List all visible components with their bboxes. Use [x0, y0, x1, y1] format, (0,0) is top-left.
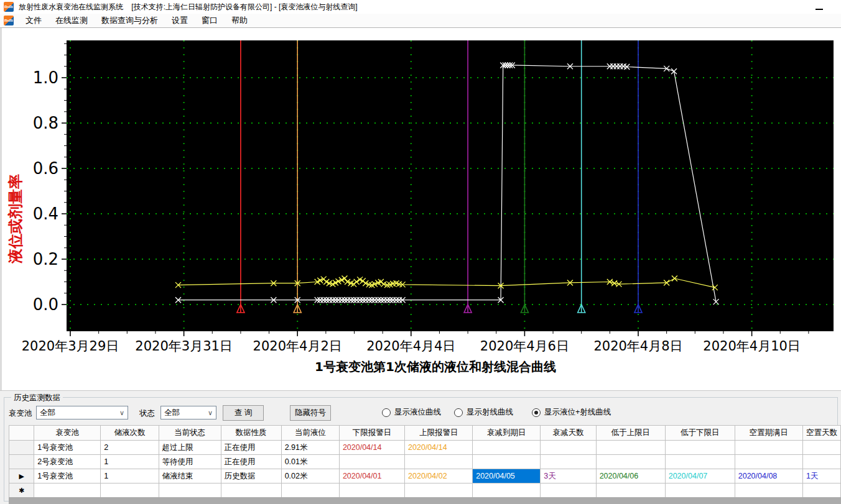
table-cell[interactable]: 历史数据 — [221, 469, 281, 483]
radio-level-curve[interactable]: 显示液位曲线 — [382, 407, 441, 418]
column-header[interactable]: 低于下限日 — [665, 426, 735, 441]
grid-background — [9, 497, 841, 504]
table-cell[interactable]: 3天 — [541, 469, 596, 483]
table-cell[interactable] — [405, 455, 473, 469]
column-header[interactable]: 下限报警日 — [339, 426, 404, 441]
table-cell[interactable] — [281, 483, 339, 498]
current-row-indicator[interactable]: ▶ — [9, 469, 34, 483]
menu-item-1[interactable]: 在线监测 — [49, 14, 95, 27]
table-cell[interactable]: 2.91米 — [281, 441, 339, 455]
table-cell[interactable]: 1 — [101, 469, 159, 483]
table-cell[interactable] — [802, 483, 840, 498]
column-header[interactable]: 衰变池 — [34, 426, 101, 441]
table-cell[interactable] — [596, 441, 665, 455]
hide-symbols-button[interactable]: 隐藏符号 — [290, 405, 331, 421]
table-cell[interactable] — [735, 455, 802, 469]
table-cell[interactable] — [101, 483, 159, 498]
table-cell[interactable]: 2020/04/08 — [735, 469, 802, 483]
menu-item-3[interactable]: 设置 — [165, 14, 195, 27]
table-cell[interactable] — [596, 483, 665, 498]
child-window-icon[interactable]: RnRi — [4, 16, 14, 25]
table-cell[interactable]: 等待使用 — [159, 455, 221, 469]
row-header[interactable] — [9, 455, 34, 469]
table-cell[interactable]: 超过上限 — [159, 441, 221, 455]
history-table: 衰变池储液次数当前状态数据性质当前液位下限报警日上限报警日衰减到期日衰减天数低于… — [9, 425, 841, 498]
table-cell[interactable] — [339, 483, 404, 498]
table-cell[interactable]: 2020/04/06 — [596, 469, 665, 483]
column-header[interactable]: 空置天数 — [802, 426, 840, 441]
menu-item-0[interactable]: 文件 — [19, 14, 49, 27]
column-header[interactable]: 当前状态 — [159, 426, 221, 441]
table-cell[interactable]: 正在使用 — [221, 455, 281, 469]
table-cell[interactable] — [541, 441, 596, 455]
plot-background — [67, 40, 834, 331]
table-cell[interactable]: 2020/04/05 — [473, 469, 541, 483]
column-header[interactable]: 衰减天数 — [541, 426, 596, 441]
table-cell[interactable] — [34, 483, 101, 498]
menu-item-4[interactable]: 窗口 — [195, 14, 225, 27]
table-cell[interactable]: 2 — [101, 441, 159, 455]
table-cell[interactable]: 1号衰变池 — [34, 441, 101, 455]
status-select[interactable]: 全部 ∨ — [160, 406, 216, 419]
table-cell[interactable] — [473, 483, 541, 498]
table-cell[interactable] — [541, 483, 596, 498]
table-cell[interactable] — [159, 483, 221, 498]
table-cell[interactable] — [802, 455, 840, 469]
row-header[interactable] — [9, 441, 34, 455]
table-cell[interactable]: 1 — [101, 455, 159, 469]
column-header[interactable]: 衰减到期日 — [473, 426, 541, 441]
column-header[interactable]: 空置期满日 — [735, 426, 802, 441]
table-cell[interactable] — [735, 441, 802, 455]
table-cell[interactable] — [665, 483, 735, 498]
pool-select-value: 全部 — [40, 408, 55, 418]
table-cell[interactable] — [665, 455, 735, 469]
x-tick-label: 2020年4月4日 — [366, 339, 455, 354]
table-row: ✱ — [9, 483, 841, 498]
table-cell[interactable]: 0.02米 — [281, 469, 339, 483]
column-header[interactable]: 低于上限日 — [596, 426, 665, 441]
table-row: 1号衰变池2超过上限正在使用2.91米2020/04/142020/04/14 — [9, 441, 841, 455]
table-cell[interactable]: 2号衰变池 — [34, 455, 101, 469]
minimize-icon — [815, 9, 823, 10]
y-tick-label: 0.2 — [33, 250, 58, 268]
pool-select[interactable]: 全部 ∨ — [36, 406, 128, 419]
table-cell[interactable]: 2020/04/14 — [339, 441, 404, 455]
new-row-indicator[interactable]: ✱ — [9, 483, 34, 498]
x-tick-label: 2020年4月10日 — [703, 339, 801, 354]
radio-ray-curve[interactable]: 显示射线曲线 — [454, 407, 513, 418]
table-cell[interactable] — [339, 455, 404, 469]
table-cell[interactable]: 储液结束 — [159, 469, 221, 483]
menu-item-5[interactable]: 帮助 — [225, 14, 254, 27]
status-select-value: 全部 — [164, 408, 180, 418]
table-cell[interactable]: 2020/04/07 — [665, 469, 735, 483]
table-cell[interactable] — [596, 455, 665, 469]
window-title: 放射性废水衰变池在线监测系统 [技术支持:上海仁日辐射防护设备有限公司] - [… — [19, 2, 358, 12]
x-tick-label: 2020年4月8日 — [593, 339, 682, 354]
radio-icon — [532, 408, 541, 417]
table-cell[interactable] — [665, 441, 735, 455]
column-header[interactable]: 上限报警日 — [405, 426, 473, 441]
column-header[interactable]: 储液次数 — [101, 426, 159, 441]
table-cell[interactable] — [473, 455, 541, 469]
table-cell[interactable] — [541, 455, 596, 469]
y-tick-label: 0.8 — [33, 114, 58, 132]
y-tick-label: 0.0 — [33, 295, 58, 314]
table-cell[interactable] — [221, 483, 281, 498]
radio-level-plus-ray-curve[interactable]: 显示液位+射线曲线 — [532, 407, 611, 418]
table-cell[interactable]: 正在使用 — [221, 441, 281, 455]
table-cell[interactable]: 0.01米 — [281, 455, 339, 469]
table-cell[interactable]: 2020/04/14 — [405, 441, 473, 455]
minimize-button[interactable] — [815, 2, 824, 11]
table-cell[interactable] — [405, 483, 473, 498]
column-header[interactable]: 当前液位 — [281, 426, 339, 441]
menu-item-2[interactable]: 数据查询与分析 — [95, 14, 165, 27]
table-cell[interactable]: 1号衰变池 — [34, 469, 101, 483]
table-cell[interactable] — [802, 441, 840, 455]
table-cell[interactable] — [735, 483, 802, 498]
table-cell[interactable] — [473, 441, 541, 455]
query-button[interactable]: 查 询 — [223, 405, 264, 421]
table-cell[interactable]: 2020/04/01 — [339, 469, 404, 483]
table-cell[interactable]: 2020/04/02 — [405, 469, 473, 483]
table-cell[interactable]: 1天 — [802, 469, 840, 483]
column-header[interactable]: 数据性质 — [221, 426, 281, 441]
